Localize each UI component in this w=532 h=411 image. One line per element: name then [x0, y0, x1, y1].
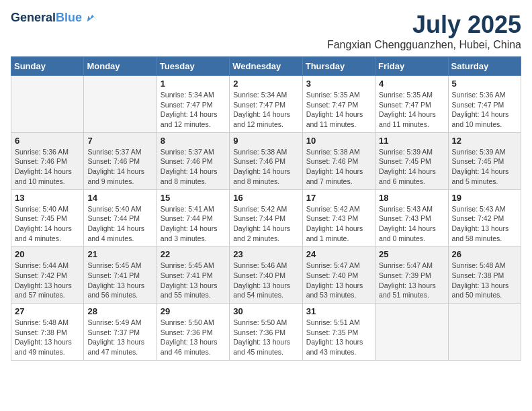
calendar-cell: 3Sunrise: 5:35 AMSunset: 7:47 PMDaylight… [302, 76, 375, 133]
calendar-cell: 10Sunrise: 5:38 AMSunset: 7:46 PMDayligh… [302, 132, 375, 189]
calendar-cell: 8Sunrise: 5:37 AMSunset: 7:46 PMDaylight… [157, 132, 229, 189]
day-number: 25 [379, 249, 444, 259]
day-number: 1 [161, 79, 226, 89]
day-number: 27 [15, 306, 80, 316]
calendar-cell: 25Sunrise: 5:47 AMSunset: 7:39 PMDayligh… [375, 246, 448, 304]
day-number: 17 [306, 193, 371, 203]
svg-marker-0 [87, 15, 97, 21]
calendar-cell: 15Sunrise: 5:41 AMSunset: 7:44 PMDayligh… [157, 189, 229, 246]
day-info: Sunrise: 5:36 AMSunset: 7:46 PMDaylight:… [15, 147, 80, 187]
day-number: 20 [15, 249, 80, 259]
day-number: 15 [161, 193, 226, 203]
day-info: Sunrise: 5:40 AMSunset: 7:45 PMDaylight:… [15, 204, 80, 244]
day-number: 26 [452, 249, 517, 259]
day-info: Sunrise: 5:47 AMSunset: 7:40 PMDaylight:… [306, 261, 371, 300]
day-info: Sunrise: 5:51 AMSunset: 7:35 PMDaylight:… [306, 318, 371, 357]
calendar-cell: 13Sunrise: 5:40 AMSunset: 7:45 PMDayligh… [11, 189, 84, 246]
page-header: GeneralBlue July 2025 Fangxian Chengguan… [11, 11, 521, 51]
day-number: 30 [233, 306, 298, 316]
day-info: Sunrise: 5:45 AMSunset: 7:41 PMDaylight:… [161, 261, 226, 300]
day-info: Sunrise: 5:40 AMSunset: 7:44 PMDaylight:… [87, 204, 152, 244]
calendar-cell: 4Sunrise: 5:35 AMSunset: 7:47 PMDaylight… [375, 76, 448, 133]
calendar-header-monday: Monday [84, 57, 157, 76]
logo-icon [83, 11, 98, 26]
day-info: Sunrise: 5:45 AMSunset: 7:41 PMDaylight:… [87, 261, 152, 300]
day-number: 14 [87, 193, 152, 203]
day-number: 31 [306, 306, 371, 316]
day-info: Sunrise: 5:48 AMSunset: 7:38 PMDaylight:… [15, 318, 80, 357]
day-info: Sunrise: 5:37 AMSunset: 7:46 PMDaylight:… [161, 147, 226, 187]
calendar-week-1: 1Sunrise: 5:34 AMSunset: 7:47 PMDaylight… [11, 76, 521, 133]
calendar-cell: 20Sunrise: 5:44 AMSunset: 7:42 PMDayligh… [11, 246, 84, 304]
day-info: Sunrise: 5:42 AMSunset: 7:43 PMDaylight:… [306, 204, 371, 244]
calendar-header-sunday: Sunday [11, 57, 84, 76]
calendar-cell [11, 76, 84, 133]
day-info: Sunrise: 5:43 AMSunset: 7:43 PMDaylight:… [379, 204, 444, 244]
calendar-cell: 1Sunrise: 5:34 AMSunset: 7:47 PMDaylight… [157, 76, 229, 133]
day-number: 24 [306, 249, 371, 259]
calendar-cell: 6Sunrise: 5:36 AMSunset: 7:46 PMDaylight… [11, 132, 84, 189]
day-info: Sunrise: 5:39 AMSunset: 7:45 PMDaylight:… [452, 147, 517, 187]
calendar-cell [375, 304, 448, 361]
calendar-cell: 2Sunrise: 5:34 AMSunset: 7:47 PMDaylight… [230, 76, 302, 133]
calendar-cell: 19Sunrise: 5:43 AMSunset: 7:42 PMDayligh… [448, 189, 521, 246]
calendar-cell: 14Sunrise: 5:40 AMSunset: 7:44 PMDayligh… [84, 189, 157, 246]
calendar-header-thursday: Thursday [302, 57, 375, 76]
calendar-cell: 29Sunrise: 5:50 AMSunset: 7:36 PMDayligh… [157, 304, 229, 361]
calendar-week-5: 27Sunrise: 5:48 AMSunset: 7:38 PMDayligh… [11, 304, 521, 361]
day-number: 2 [233, 79, 298, 89]
day-number: 11 [379, 136, 444, 146]
day-number: 18 [379, 193, 444, 203]
calendar-cell: 11Sunrise: 5:39 AMSunset: 7:45 PMDayligh… [375, 132, 448, 189]
calendar-cell: 30Sunrise: 5:50 AMSunset: 7:36 PMDayligh… [230, 304, 302, 361]
day-info: Sunrise: 5:38 AMSunset: 7:46 PMDaylight:… [306, 147, 371, 187]
calendar-cell: 27Sunrise: 5:48 AMSunset: 7:38 PMDayligh… [11, 304, 84, 361]
calendar-header-tuesday: Tuesday [157, 57, 229, 76]
day-number: 3 [306, 79, 371, 89]
calendar-cell: 18Sunrise: 5:43 AMSunset: 7:43 PMDayligh… [375, 189, 448, 246]
calendar-cell: 28Sunrise: 5:49 AMSunset: 7:37 PMDayligh… [84, 304, 157, 361]
calendar-cell [448, 304, 521, 361]
calendar-cell: 9Sunrise: 5:38 AMSunset: 7:46 PMDaylight… [230, 132, 302, 189]
day-info: Sunrise: 5:37 AMSunset: 7:46 PMDaylight:… [87, 147, 152, 187]
day-info: Sunrise: 5:42 AMSunset: 7:44 PMDaylight:… [233, 204, 298, 244]
calendar: SundayMondayTuesdayWednesdayThursdayFrid… [11, 56, 521, 361]
day-number: 19 [452, 193, 517, 203]
calendar-header-row: SundayMondayTuesdayWednesdayThursdayFrid… [11, 57, 521, 76]
day-number: 9 [233, 136, 298, 146]
calendar-week-4: 20Sunrise: 5:44 AMSunset: 7:42 PMDayligh… [11, 246, 521, 304]
location-title: Fangxian Chengguanzhen, Hubei, China [327, 39, 521, 51]
day-number: 6 [15, 136, 80, 146]
day-info: Sunrise: 5:46 AMSunset: 7:40 PMDaylight:… [233, 261, 298, 300]
calendar-week-2: 6Sunrise: 5:36 AMSunset: 7:46 PMDaylight… [11, 132, 521, 189]
day-number: 29 [161, 306, 226, 316]
calendar-cell: 31Sunrise: 5:51 AMSunset: 7:35 PMDayligh… [302, 304, 375, 361]
calendar-cell: 22Sunrise: 5:45 AMSunset: 7:41 PMDayligh… [157, 246, 229, 304]
calendar-cell: 23Sunrise: 5:46 AMSunset: 7:40 PMDayligh… [230, 246, 302, 304]
calendar-cell: 5Sunrise: 5:36 AMSunset: 7:47 PMDaylight… [448, 76, 521, 133]
day-number: 7 [87, 136, 152, 146]
calendar-cell: 16Sunrise: 5:42 AMSunset: 7:44 PMDayligh… [230, 189, 302, 246]
day-number: 16 [233, 193, 298, 203]
day-info: Sunrise: 5:44 AMSunset: 7:42 PMDaylight:… [15, 261, 80, 300]
calendar-cell: 24Sunrise: 5:47 AMSunset: 7:40 PMDayligh… [302, 246, 375, 304]
day-number: 4 [379, 79, 444, 89]
logo: GeneralBlue [11, 11, 98, 26]
day-info: Sunrise: 5:35 AMSunset: 7:47 PMDaylight:… [306, 90, 371, 130]
day-number: 22 [161, 249, 226, 259]
calendar-cell: 26Sunrise: 5:48 AMSunset: 7:38 PMDayligh… [448, 246, 521, 304]
day-info: Sunrise: 5:50 AMSunset: 7:36 PMDaylight:… [161, 318, 226, 357]
day-number: 8 [161, 136, 226, 146]
calendar-header-wednesday: Wednesday [230, 57, 302, 76]
calendar-cell: 7Sunrise: 5:37 AMSunset: 7:46 PMDaylight… [84, 132, 157, 189]
day-info: Sunrise: 5:38 AMSunset: 7:46 PMDaylight:… [233, 147, 298, 187]
calendar-week-3: 13Sunrise: 5:40 AMSunset: 7:45 PMDayligh… [11, 189, 521, 246]
month-title: July 2025 [327, 11, 521, 39]
day-number: 10 [306, 136, 371, 146]
day-number: 21 [87, 249, 152, 259]
calendar-header-saturday: Saturday [448, 57, 521, 76]
day-number: 12 [452, 136, 517, 146]
day-number: 5 [452, 79, 517, 89]
day-number: 13 [15, 193, 80, 203]
day-number: 23 [233, 249, 298, 259]
